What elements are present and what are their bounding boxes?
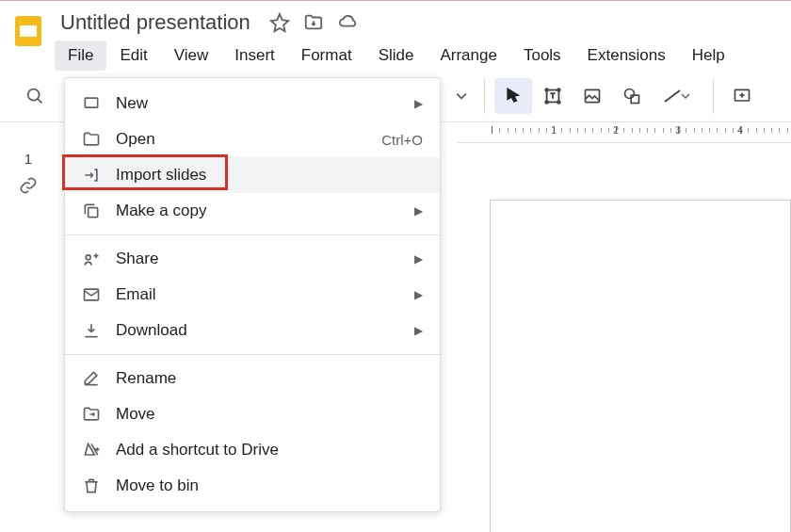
menu-new-label: New <box>116 94 414 113</box>
menu-rename[interactable]: Rename <box>65 361 440 396</box>
cloud-status-icon[interactable] <box>337 12 360 33</box>
slide-thumbnail-panel: 1 <box>0 143 56 202</box>
menu-open[interactable]: Open Ctrl+O <box>65 121 440 157</box>
menu-share-label: Share <box>116 250 414 268</box>
menu-view[interactable]: View <box>161 40 222 71</box>
menu-arrange[interactable]: Arrange <box>427 40 509 71</box>
download-icon <box>82 321 108 340</box>
email-icon <box>82 285 108 304</box>
copy-icon <box>82 202 108 220</box>
svg-point-7 <box>557 101 560 104</box>
menu-copy-label: Make a copy <box>116 202 414 220</box>
svg-point-14 <box>86 255 90 260</box>
svg-point-9 <box>625 89 635 99</box>
search-icon[interactable] <box>24 86 45 106</box>
menu-help[interactable]: Help <box>679 40 738 71</box>
menu-import-label: Import slides <box>116 166 423 185</box>
toolbar-dropdown-arrow-icon[interactable] <box>450 85 473 107</box>
menu-insert[interactable]: Insert <box>221 40 288 71</box>
submenu-arrow-icon: ▶ <box>414 97 423 110</box>
svg-point-4 <box>545 89 548 91</box>
move-icon <box>82 405 108 424</box>
menu-bin-label: Move to bin <box>116 476 423 495</box>
image-tool-button[interactable] <box>573 78 611 114</box>
menu-rename-label: Rename <box>116 369 423 388</box>
slides-logo <box>9 12 47 50</box>
menu-import-slides[interactable]: Import slides <box>65 157 440 193</box>
menu-open-label: Open <box>116 130 381 149</box>
link-icon[interactable] <box>19 176 38 195</box>
menu-email-label: Email <box>116 285 414 304</box>
svg-rect-12 <box>85 98 97 107</box>
menu-bar: File Edit View Insert Format Slide Arran… <box>55 40 782 71</box>
svg-point-5 <box>557 89 560 91</box>
menu-add-shortcut[interactable]: Add a shortcut to Drive <box>65 432 440 468</box>
line-tool-button[interactable] <box>653 78 702 114</box>
new-icon <box>82 94 108 113</box>
import-icon <box>82 166 108 185</box>
submenu-arrow-icon: ▶ <box>414 204 423 218</box>
menu-tools[interactable]: Tools <box>510 40 574 71</box>
rename-icon <box>82 369 108 388</box>
select-tool-button[interactable] <box>494 78 532 114</box>
menu-extensions[interactable]: Extensions <box>574 40 679 71</box>
submenu-arrow-icon: ▶ <box>414 252 423 266</box>
comment-button[interactable] <box>723 78 761 114</box>
menu-open-shortcut: Ctrl+O <box>381 132 423 148</box>
star-icon[interactable] <box>269 12 290 33</box>
textbox-tool-button[interactable] <box>534 78 572 114</box>
svg-rect-1 <box>20 25 37 37</box>
menu-move-to-bin[interactable]: Move to bin <box>65 468 440 504</box>
menu-new[interactable]: New ▶ <box>65 86 440 121</box>
trash-icon <box>82 476 108 495</box>
share-icon <box>82 250 108 268</box>
menu-slide[interactable]: Slide <box>365 40 428 71</box>
menu-share[interactable]: Share ▶ <box>65 241 440 277</box>
shape-tool-button[interactable] <box>613 78 651 114</box>
submenu-arrow-icon: ▶ <box>414 288 423 301</box>
submenu-arrow-icon: ▶ <box>414 324 423 337</box>
menu-shortcut-label: Add a shortcut to Drive <box>116 441 423 459</box>
menu-download-label: Download <box>116 321 414 340</box>
file-menu-dropdown: New ▶ Open Ctrl+O Import slides Make a c… <box>64 77 441 512</box>
folder-icon <box>82 130 108 149</box>
horizontal-ruler: 1 2 3 4 <box>458 122 791 143</box>
slide-canvas[interactable] <box>490 200 791 532</box>
menu-edit[interactable]: Edit <box>106 40 160 71</box>
menu-make-copy[interactable]: Make a copy ▶ <box>65 193 440 229</box>
document-title[interactable]: Untitled presentation <box>55 8 256 37</box>
menu-file[interactable]: File <box>55 40 106 71</box>
move-to-folder-icon[interactable] <box>303 12 324 33</box>
slide-number[interactable]: 1 <box>24 151 32 167</box>
drive-shortcut-icon <box>82 441 108 459</box>
svg-point-2 <box>28 89 40 101</box>
menu-move[interactable]: Move <box>65 396 440 432</box>
menu-download[interactable]: Download ▶ <box>65 313 440 348</box>
svg-rect-10 <box>631 95 638 103</box>
menu-move-label: Move <box>116 405 423 424</box>
svg-rect-13 <box>89 208 98 218</box>
svg-point-6 <box>545 101 548 104</box>
menu-format[interactable]: Format <box>288 40 365 71</box>
menu-email[interactable]: Email ▶ <box>65 277 440 313</box>
